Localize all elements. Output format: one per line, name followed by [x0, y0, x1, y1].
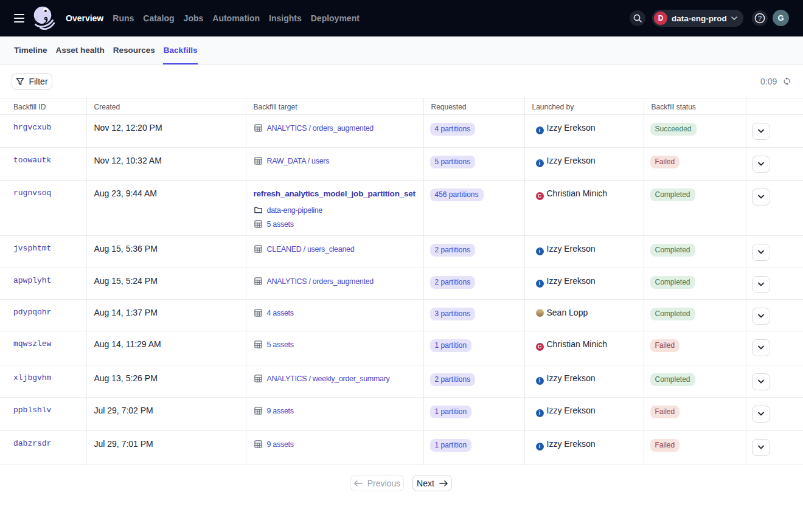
svg-text:?: ?	[758, 15, 762, 22]
